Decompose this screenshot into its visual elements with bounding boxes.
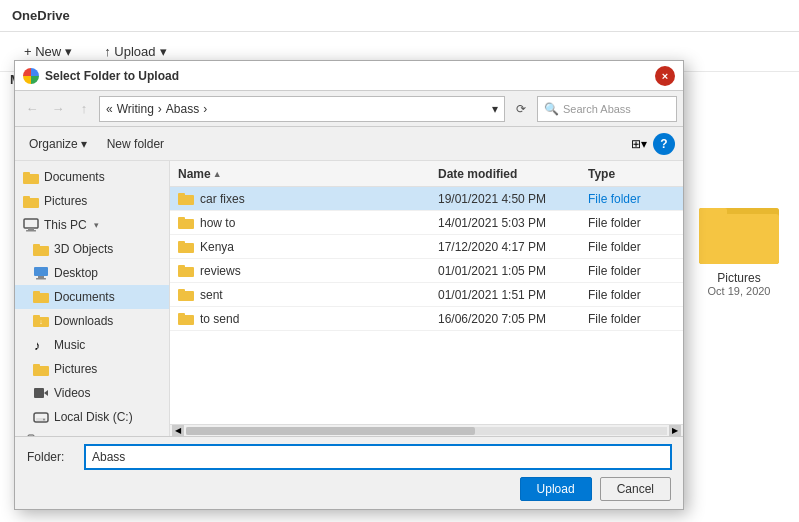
docs-icon [33, 289, 49, 305]
file-type: File folder [584, 312, 679, 326]
svg-rect-3 [699, 208, 727, 218]
sidebar-item-3dobjects[interactable]: 3D Objects [15, 237, 169, 261]
forward-button[interactable]: → [47, 98, 69, 120]
file-type: File folder [584, 216, 679, 230]
address-bar-row: ← → ↑ « Writing › Abass › ▾ ⟳ 🔍 Search A… [15, 91, 683, 127]
sort-arrow: ▲ [213, 169, 222, 179]
disk-icon [33, 409, 49, 425]
svg-rect-10 [26, 230, 36, 232]
sidebar: Documents Pictures This PC ▾ 3D Objects [15, 161, 170, 436]
file-type: File folder [584, 264, 679, 278]
sidebar-item-downloads[interactable]: ↓ Downloads [15, 309, 169, 333]
select-folder-dialog: Select Folder to Upload × ← → ↑ « Writin… [14, 60, 684, 510]
file-list-header: Name ▲ Date modified Type [170, 161, 683, 187]
svg-rect-8 [24, 219, 38, 228]
file-row[interactable]: Kenya 17/12/2020 4:17 PM File folder [170, 235, 683, 259]
help-button[interactable]: ? [653, 133, 675, 155]
svg-rect-44 [178, 289, 185, 293]
scroll-right-button[interactable]: ▶ [669, 425, 681, 437]
svg-text:↓: ↓ [39, 318, 43, 325]
col-type-header: Type [584, 167, 679, 181]
sidebar-item-this-pc[interactable]: This PC ▾ [15, 213, 169, 237]
new-folder-button[interactable]: New folder [101, 134, 170, 154]
sidebar-label: Videos [54, 386, 90, 400]
file-name: to send [174, 312, 434, 326]
file-type: File folder [584, 288, 679, 302]
svg-rect-2 [699, 214, 779, 264]
folder-label: Folder: [27, 450, 77, 464]
onedrive-title: OneDrive [12, 8, 70, 23]
svg-rect-36 [178, 193, 185, 197]
file-list: Name ▲ Date modified Type car fixes 19/0… [170, 161, 683, 424]
view-toggle-button[interactable]: ⊞ ▾ [627, 132, 651, 156]
scroll-track[interactable] [186, 427, 667, 435]
background-folder: Pictures Oct 19, 2020 [699, 200, 779, 297]
sidebar-item-documents-pc[interactable]: Documents [15, 285, 169, 309]
sidebar-item-documents[interactable]: Documents [15, 165, 169, 189]
sidebar-item-network[interactable]: Network [15, 429, 169, 436]
file-name: how to [174, 216, 434, 230]
sidebar-label: Pictures [54, 362, 97, 376]
svg-rect-46 [178, 313, 185, 317]
up-button[interactable]: ↑ [73, 98, 95, 120]
file-date: 19/01/2021 4:50 PM [434, 192, 584, 206]
scroll-left-button[interactable]: ◀ [172, 425, 184, 437]
sidebar-label: Documents [44, 170, 105, 184]
svg-rect-5 [23, 172, 30, 176]
sidebar-label: Documents [54, 290, 115, 304]
cancel-button[interactable]: Cancel [600, 477, 671, 501]
dialog-title-left: Select Folder to Upload [23, 68, 179, 84]
sidebar-item-music[interactable]: ♪ Music [15, 333, 169, 357]
sidebar-item-localdisk[interactable]: Local Disk (C:) [15, 405, 169, 429]
horizontal-scrollbar[interactable]: ◀ ▶ [170, 424, 683, 436]
svg-rect-17 [33, 291, 40, 295]
file-name: Kenya [174, 240, 434, 254]
address-writing: Writing [117, 102, 154, 116]
search-box[interactable]: 🔍 Search Abass [537, 96, 677, 122]
address-sep1: › [158, 102, 162, 116]
dialog-close-button[interactable]: × [655, 66, 675, 86]
upload-button[interactable]: Upload [520, 477, 592, 501]
svg-rect-15 [36, 278, 46, 280]
address-bar[interactable]: « Writing › Abass › ▾ [99, 96, 505, 122]
sidebar-item-desktop[interactable]: Desktop [15, 261, 169, 285]
bg-pictures-date: Oct 19, 2020 [699, 285, 779, 297]
file-row[interactable]: sent 01/01/2021 1:51 PM File folder [170, 283, 683, 307]
sidebar-item-pictures-pc[interactable]: Pictures [15, 357, 169, 381]
sidebar-item-pictures[interactable]: Pictures [15, 189, 169, 213]
sidebar-item-videos[interactable]: Videos [15, 381, 169, 405]
pc-icon [23, 217, 39, 233]
file-row[interactable]: to send 16/06/2020 7:05 PM File folder [170, 307, 683, 331]
folder-input[interactable] [85, 445, 671, 469]
file-row[interactable]: how to 14/01/2021 5:03 PM File folder [170, 211, 683, 235]
view-icons-group: ⊞ ▾ ? [627, 132, 675, 156]
file-name: car fixes [174, 192, 434, 206]
file-row[interactable]: car fixes 19/01/2021 4:50 PM File folder [170, 187, 683, 211]
svg-rect-24 [34, 388, 44, 398]
organize-button[interactable]: Organize ▾ [23, 134, 93, 154]
file-name: sent [174, 288, 434, 302]
svg-text:♪: ♪ [34, 338, 41, 352]
svg-marker-25 [44, 390, 48, 396]
svg-rect-12 [33, 244, 40, 248]
file-name: reviews [174, 264, 434, 278]
search-icon: 🔍 [544, 102, 559, 116]
file-date: 17/12/2020 4:17 PM [434, 240, 584, 254]
file-date: 14/01/2021 5:03 PM [434, 216, 584, 230]
toolbar-row: Organize ▾ New folder ⊞ ▾ ? [15, 127, 683, 161]
svg-rect-14 [38, 276, 44, 278]
refresh-button[interactable]: ⟳ [509, 97, 533, 121]
music-icon: ♪ [33, 337, 49, 353]
folder-row: Folder: [27, 445, 671, 469]
scroll-thumb[interactable] [186, 427, 475, 435]
dialog-title: Select Folder to Upload [45, 69, 179, 83]
address-chevron: ▾ [492, 102, 498, 116]
file-date: 01/01/2021 1:05 PM [434, 264, 584, 278]
back-button[interactable]: ← [21, 98, 43, 120]
sidebar-label: Desktop [54, 266, 98, 280]
chrome-icon [23, 68, 39, 84]
col-date-header: Date modified [434, 167, 584, 181]
desktop-icon [33, 265, 49, 281]
address-sep2: › [203, 102, 207, 116]
file-row[interactable]: reviews 01/01/2021 1:05 PM File folder [170, 259, 683, 283]
